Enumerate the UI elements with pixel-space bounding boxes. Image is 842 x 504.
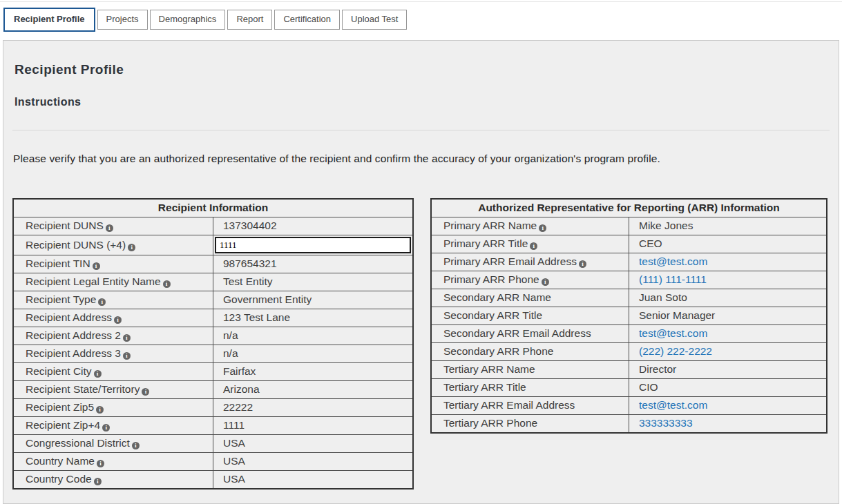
tab-projects[interactable]: Projects — [97, 10, 148, 30]
row-label-cell: Primary ARR Namei — [431, 217, 629, 235]
table-row: Recipient TINi987654321 — [13, 255, 413, 273]
table-row: Tertiary ARR TitleCIO — [431, 379, 827, 397]
row-label: Recipient Address — [26, 311, 112, 323]
table-row: Recipient DUNSi137304402 — [13, 217, 413, 235]
row-value-link[interactable]: 333333333 — [629, 416, 826, 431]
recipient-information-table: Recipient Information Recipient DUNSi137… — [12, 198, 414, 490]
row-value-cell: 333333333 — [629, 415, 827, 433]
info-icon[interactable]: i — [542, 278, 549, 286]
row-label-cell: Tertiary ARR Email Address — [431, 397, 629, 415]
table-row: Recipient Address 2in/a — [13, 327, 413, 345]
row-value-link[interactable]: (111) 111-1111 — [629, 273, 826, 287]
section-divider — [12, 130, 830, 130]
row-value-cell: Test Entity — [213, 273, 414, 291]
table-row: Secondary ARR NameJuan Soto — [431, 289, 827, 307]
row-label: Congressional District — [26, 437, 130, 449]
row-label: Recipient Legal Entity Name — [26, 275, 161, 287]
info-icon[interactable]: i — [106, 224, 113, 232]
info-icon[interactable]: i — [539, 224, 546, 232]
recipient-table-title: Recipient Information — [13, 199, 413, 217]
row-label-cell: Tertiary ARR Phone — [431, 415, 629, 433]
info-icon[interactable]: i — [93, 262, 100, 270]
row-label: Primary ARR Email Address — [443, 255, 577, 267]
info-icon[interactable]: i — [96, 406, 104, 414]
row-value: Test Entity — [213, 275, 412, 289]
info-icon[interactable]: i — [128, 244, 135, 251]
row-label: Secondary ARR Email Address — [443, 327, 591, 339]
row-value-cell: test@test.com — [629, 253, 827, 271]
row-value-cell: (222) 222-2222 — [629, 343, 827, 361]
row-value-link[interactable]: test@test.com — [629, 255, 826, 269]
row-value: USA — [213, 454, 412, 469]
row-label-cell: Recipient Cityi — [13, 363, 213, 381]
table-row: Recipient CityiFairfax — [13, 363, 413, 381]
content-panel: Recipient Profile Instructions Please ve… — [3, 40, 839, 504]
tab-demographics[interactable]: Demographics — [150, 10, 226, 30]
row-value-cell: n/a — [213, 327, 414, 345]
tab-report[interactable]: Report — [227, 10, 272, 30]
row-value: CEO — [629, 237, 826, 251]
info-icon[interactable]: i — [123, 352, 131, 360]
row-label-cell: Country Codei — [13, 471, 213, 489]
row-value: 22222 — [213, 400, 412, 415]
table-row: Recipient Address 3in/a — [13, 345, 413, 363]
info-icon[interactable]: i — [97, 460, 104, 467]
row-value: Arizona — [213, 382, 412, 397]
tab-upload-test[interactable]: Upload Test — [342, 10, 407, 30]
info-icon[interactable]: i — [102, 424, 110, 432]
table-row: Recipient Legal Entity NameiTest Entity — [13, 273, 413, 291]
row-label-cell: Primary ARR Titlei — [431, 235, 629, 253]
table-row: Primary ARR NameiMike Jones — [431, 217, 827, 235]
row-label-cell: Recipient DUNSi — [13, 217, 213, 235]
row-label: Recipient DUNS — [26, 220, 104, 231]
row-label-cell: Secondary ARR Phone — [431, 343, 629, 361]
row-label: Secondary ARR Title — [443, 309, 542, 321]
table-row: Secondary ARR TitleSenior Manager — [431, 307, 827, 325]
info-icon[interactable]: i — [98, 298, 106, 306]
page-title: Recipient Profile — [15, 62, 830, 77]
row-label-cell: Recipient Address 2i — [13, 327, 213, 345]
table-row: Primary ARR Phonei(111) 111-1111 — [431, 271, 827, 289]
row-value: Juan Soto — [629, 291, 826, 305]
row-label: Recipient Address 3 — [26, 347, 121, 359]
info-icon[interactable]: i — [530, 242, 537, 250]
row-value: 137304402 — [213, 219, 412, 233]
row-label: Country Name — [26, 455, 95, 467]
tab-certification[interactable]: Certification — [274, 10, 340, 30]
recipient-duns-4-input[interactable] — [215, 237, 411, 253]
info-icon[interactable]: i — [579, 260, 586, 268]
row-value-cell: Senior Manager — [629, 307, 827, 325]
row-label-cell: Recipient DUNS (+4)i — [13, 235, 213, 255]
row-label-cell: Congressional Districti — [13, 435, 213, 453]
info-icon[interactable]: i — [132, 442, 140, 449]
row-value-link[interactable]: test@test.com — [629, 398, 826, 413]
row-label: Recipient State/Territory — [26, 383, 140, 395]
row-label-cell: Tertiary ARR Name — [431, 361, 629, 379]
info-icon[interactable]: i — [94, 478, 102, 485]
info-icon[interactable]: i — [163, 280, 171, 288]
row-value-cell: CIO — [629, 379, 827, 397]
info-icon[interactable]: i — [94, 370, 102, 378]
row-label-cell: Primary ARR Email Addressi — [431, 253, 629, 271]
row-value: CIO — [629, 380, 826, 395]
info-icon[interactable]: i — [142, 388, 149, 396]
row-label: Primary ARR Title — [443, 238, 528, 249]
row-value-cell: Fairfax — [213, 363, 414, 381]
row-value: 1111 — [213, 418, 412, 433]
row-label: Primary ARR Name — [443, 220, 537, 231]
row-label-cell: Secondary ARR Email Address — [431, 325, 629, 343]
row-label: Secondary ARR Name — [443, 291, 551, 303]
table-row: Primary ARR TitleiCEO — [431, 235, 827, 253]
arr-information-table: Authorized Representative for Reporting … — [430, 198, 827, 434]
tab-recipient-profile[interactable]: Recipient Profile — [3, 8, 95, 32]
table-row: Country CodeiUSA — [13, 471, 413, 489]
row-value-cell: test@test.com — [629, 397, 827, 415]
table-row: Secondary ARR Phone(222) 222-2222 — [431, 343, 827, 361]
info-icon[interactable]: i — [123, 334, 131, 342]
info-icon[interactable]: i — [114, 316, 122, 324]
row-value: Fairfax — [213, 365, 412, 379]
row-label-cell: Recipient Typei — [13, 291, 213, 309]
row-value-link[interactable]: test@test.com — [629, 327, 826, 341]
row-value-link[interactable]: (222) 222-2222 — [629, 345, 826, 359]
table-row: Primary ARR Email Addressitest@test.com — [431, 253, 827, 271]
